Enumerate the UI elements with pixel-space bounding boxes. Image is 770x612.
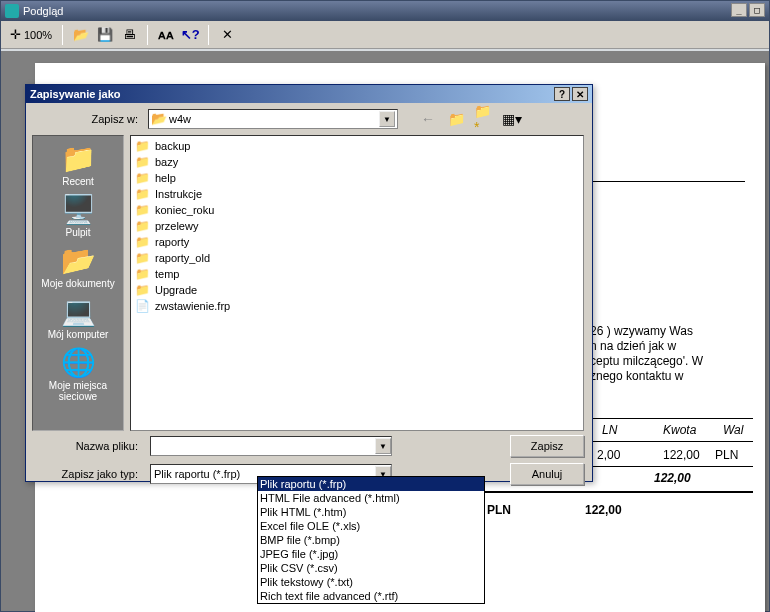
file-name: raporty: [155, 236, 189, 248]
place-item[interactable]: 🌐Moje miejsca sieciowe: [38, 346, 118, 402]
save-icon[interactable]: 💾: [97, 27, 113, 43]
dropdown-item[interactable]: Plik tekstowy (*.txt): [258, 575, 484, 589]
file-name: koniec_roku: [155, 204, 214, 216]
file-name: help: [155, 172, 176, 184]
place-item[interactable]: 📂Moje dokumenty: [38, 244, 118, 289]
dropdown-item[interactable]: Plik HTML (*.htm): [258, 505, 484, 519]
find-icon[interactable]: ᴀᴀ: [158, 27, 174, 43]
file-row[interactable]: 📁Upgrade: [133, 282, 581, 298]
back-icon[interactable]: ←: [418, 109, 438, 129]
file-row[interactable]: 📄zwstawienie.frp: [133, 298, 581, 314]
folder-icon: 📁: [135, 187, 151, 201]
file-name: Upgrade: [155, 284, 197, 296]
zoom-icon: ✛: [7, 27, 23, 43]
place-icon: 💻: [62, 295, 94, 327]
file-name: bazy: [155, 156, 178, 168]
file-name: temp: [155, 268, 179, 280]
save-in-combo[interactable]: 📂 w4w ▼: [148, 109, 398, 129]
folder-icon: 📁: [135, 267, 151, 281]
save-in-row: Zapisz w: 📂 w4w ▼ ← 📁 📁* ▦▾: [26, 103, 592, 135]
toolbar: ✛ 100% 📂 💾 🖶 ᴀᴀ ↖? ✕: [1, 21, 769, 49]
close-icon[interactable]: ✕: [219, 27, 235, 43]
page-hr: [583, 441, 753, 442]
file-name: przelewy: [155, 220, 198, 232]
save-as-dialog: Zapisywanie jako ? ✕ Zapisz w: 📂 w4w ▼ ←…: [25, 84, 593, 482]
dropdown-item[interactable]: BMP file (*.bmp): [258, 533, 484, 547]
cell: 122,00: [663, 448, 700, 462]
file-row[interactable]: 📁temp: [133, 266, 581, 282]
dropdown-item[interactable]: Rich text file advanced (*.rtf): [258, 589, 484, 603]
minimize-button[interactable]: _: [731, 3, 747, 17]
help-icon[interactable]: ↖?: [182, 27, 198, 43]
file-row[interactable]: 📁raporty: [133, 234, 581, 250]
save-in-label: Zapisz w:: [34, 113, 144, 125]
file-icon: 📄: [135, 299, 151, 313]
dropdown-item[interactable]: Plik raportu (*.frp): [258, 477, 484, 491]
place-icon: 🌐: [62, 346, 94, 378]
main-title-bar: Podgląd: [1, 1, 769, 21]
dialog-help-button[interactable]: ?: [554, 87, 570, 101]
file-row[interactable]: 📁raporty_old: [133, 250, 581, 266]
open-icon[interactable]: 📂: [73, 27, 89, 43]
file-row[interactable]: 📁backup: [133, 138, 581, 154]
file-name: Instrukcje: [155, 188, 202, 200]
place-label: Moje dokumenty: [41, 278, 114, 289]
file-row[interactable]: 📁help: [133, 170, 581, 186]
dropdown-item[interactable]: JPEG file (*.jpg): [258, 547, 484, 561]
cancel-button[interactable]: Anuluj: [510, 463, 584, 485]
view-menu-icon[interactable]: ▦▾: [502, 109, 522, 129]
page-hr: [583, 418, 753, 419]
folder-icon: 📁: [135, 235, 151, 249]
cell: PLN: [715, 448, 738, 462]
place-item[interactable]: 💻Mój komputer: [38, 295, 118, 340]
dialog-body: 📁Recent🖥️Pulpit📂Moje dokumenty💻Mój kompu…: [26, 135, 592, 431]
window-buttons: _ □: [731, 3, 765, 17]
dropdown-item[interactable]: Excel file OLE (*.xls): [258, 519, 484, 533]
dropdown-item[interactable]: HTML File advanced (*.html): [258, 491, 484, 505]
up-folder-icon[interactable]: 📁: [446, 109, 466, 129]
sum-cell: 122,00: [585, 503, 622, 517]
place-item[interactable]: 🖥️Pulpit: [38, 193, 118, 238]
file-row[interactable]: 📁koniec_roku: [133, 202, 581, 218]
chevron-down-icon[interactable]: ▼: [379, 111, 395, 127]
file-row[interactable]: 📁bazy: [133, 154, 581, 170]
sum-cell: PLN: [487, 503, 511, 517]
print-icon[interactable]: 🖶: [121, 27, 137, 43]
filetype-dropdown[interactable]: Plik raportu (*.frp)HTML File advanced (…: [257, 476, 485, 604]
separator: [208, 25, 209, 45]
places-bar: 📁Recent🖥️Pulpit📂Moje dokumenty💻Mój kompu…: [32, 135, 124, 431]
save-button[interactable]: Zapisz: [510, 435, 584, 457]
file-row[interactable]: 📁przelewy: [133, 218, 581, 234]
dialog-title: Zapisywanie jako: [30, 88, 120, 100]
separator: [147, 25, 148, 45]
place-item[interactable]: 📁Recent: [38, 142, 118, 187]
folder-icon: 📁: [135, 283, 151, 297]
filetype-value: Plik raportu (*.frp): [151, 468, 240, 480]
bg-text: znego kontaktu w: [590, 369, 683, 383]
maximize-button[interactable]: □: [749, 3, 765, 17]
place-label: Pulpit: [65, 227, 90, 238]
main-title: Podgląd: [23, 5, 63, 17]
new-folder-icon[interactable]: 📁*: [474, 109, 494, 129]
file-row[interactable]: 📁Instrukcje: [133, 186, 581, 202]
filename-input[interactable]: ▼: [150, 436, 392, 456]
folder-icon: 📁: [135, 139, 151, 153]
col-hdr: Kwota: [663, 423, 696, 437]
dialog-close-button[interactable]: ✕: [572, 87, 588, 101]
place-icon: 🖥️: [62, 193, 94, 225]
folder-icon: 📁: [135, 155, 151, 169]
zoom-value: 100%: [24, 29, 52, 41]
dropdown-item[interactable]: Plik CSV (*.csv): [258, 561, 484, 575]
chevron-down-icon[interactable]: ▼: [375, 438, 391, 454]
file-list[interactable]: 📁backup📁bazy📁help📁Instrukcje📁koniec_roku…: [130, 135, 584, 431]
col-hdr: LN: [602, 423, 617, 437]
place-icon: 📂: [62, 244, 94, 276]
bg-text: 26 ) wzywamy Was: [590, 324, 693, 338]
folder-icon: 📁: [135, 251, 151, 265]
app-icon: [5, 4, 19, 18]
zoom-control[interactable]: ✛ 100%: [7, 27, 52, 43]
cell: 2,00: [597, 448, 620, 462]
folder-icon: 📁: [135, 219, 151, 233]
place-label: Moje miejsca sieciowe: [38, 380, 118, 402]
file-name: backup: [155, 140, 190, 152]
